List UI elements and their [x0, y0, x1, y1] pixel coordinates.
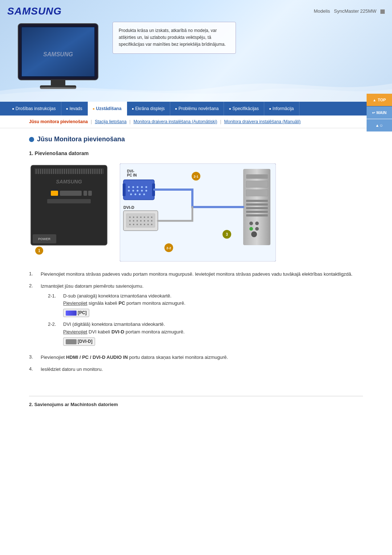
svg-rect-80 — [246, 214, 268, 216]
nav-label-setup: Uzstādīšana — [96, 106, 122, 111]
top-icon: ▲ — [373, 98, 376, 102]
wave-decoration — [0, 73, 392, 102]
breadcrumb-item-2[interactable]: Monitora draivera instalēšana (Automātis… — [134, 119, 217, 124]
breadcrumb-item-1[interactable]: Stacija lietošana — [95, 119, 126, 124]
breadcrumb-sep-2: | — [130, 119, 131, 124]
model-name: SyncMaster 225MW — [334, 8, 376, 14]
svg-rect-73 — [246, 174, 268, 179]
svg-point-30 — [146, 186, 147, 188]
svg-text:2-1: 2-1 — [193, 175, 198, 178]
svg-point-48 — [140, 216, 142, 218]
svg-point-58 — [151, 220, 152, 222]
nav-item-safety[interactable]: Drošības instrukcijas — [7, 102, 61, 116]
main-title-text: Jūsu Monitora pievienošana — [37, 135, 125, 143]
instr-num-2: 2. — [29, 283, 36, 288]
svg-point-39 — [143, 194, 145, 195]
breadcrumb-sep-3: | — [220, 119, 221, 124]
header-tooltip: Produkta krāsa un izskats, atkarībā no m… — [113, 22, 236, 54]
instr-sub-content-2-2: DVI (digitālā) konektora izmantošana vid… — [63, 321, 185, 347]
main-label: MAIN — [376, 110, 387, 115]
main-icon: ↩ — [372, 111, 375, 115]
svg-point-56 — [144, 220, 145, 222]
instr-content-2: Izmantojiet jūsu datoram piemērotu savie… — [41, 283, 143, 289]
instr-num-4: 4. — [29, 366, 36, 372]
svg-point-85 — [251, 231, 257, 237]
svg-point-31 — [128, 190, 130, 192]
instruction-3: 3. Pievienojiet HDMI / PC / DVI-D AUDIO … — [29, 354, 363, 361]
instr-num-1: 1. — [29, 271, 36, 276]
subsection-1-title: 1. Pievienošana datoram — [29, 150, 363, 156]
svg-rect-13 — [51, 191, 58, 196]
top-label: TOP — [378, 98, 386, 102]
nav-item-display[interactable]: Ekrāna displejs — [127, 102, 170, 116]
instr-text-3: Pievienojiet HDMI / PC / DVI-D AUDIO IN … — [41, 354, 228, 361]
instructions-list: 1. Pievienojiet monitora strāvas padeves… — [29, 271, 363, 373]
bottom-divider: 2. Savienojums ar Machintosh datoriem — [29, 396, 363, 411]
top-button[interactable]: ▲ TOP — [367, 94, 392, 106]
diagram-container: SAMSUNG POWER 1 DVI- PC IN — [29, 163, 363, 262]
instr-sub-content-2-1: D-sub (analogā) konektora izmantošana vi… — [63, 292, 185, 319]
section2-title: 2. Savienojums ar Machintosh datoriem — [29, 402, 363, 411]
tooltip-text: Produkta krāsa un izskats, atkarībā no m… — [119, 28, 226, 47]
monitor-back-svg: SAMSUNG POWER 1 — [29, 163, 113, 262]
home-icon: ▲☺ — [375, 123, 383, 127]
nav-item-setup[interactable]: Uzstādīšana — [88, 102, 127, 116]
instr-num-3: 3. — [29, 354, 36, 360]
breadcrumb-section: Jūsu monitora pievienošana | Stacija lie… — [0, 116, 392, 128]
dvi-connector-icon — [66, 339, 77, 344]
nav-label-safety: Drošības instrukcijas — [16, 106, 56, 111]
instr-sub-num-2-2: 2-2. — [48, 321, 59, 347]
instr-sub-text-2-1: D-sub (analogā) konektora izmantošana vi… — [63, 292, 185, 300]
svg-text:POWER: POWER — [38, 237, 51, 241]
svg-rect-40 — [123, 183, 126, 196]
svg-point-46 — [133, 216, 134, 218]
nav-item-troubleshoot[interactable]: Problēmu novēršana — [170, 102, 224, 116]
svg-point-38 — [139, 194, 141, 195]
svg-point-63 — [144, 224, 145, 225]
instruction-2: 2. Izmantojiet jūsu datoram piemērotu sa… — [29, 283, 363, 349]
header-top: SAMSUNG Modelis SyncMaster 225MW — [0, 0, 392, 17]
instr-sub-2-2: 2-2. DVI (digitālā) konektora izmantošan… — [48, 321, 185, 347]
svg-point-55 — [140, 220, 142, 222]
main-content: Jūsu Monitora pievienošana 1. Pievienoša… — [0, 128, 392, 385]
svg-rect-79 — [246, 211, 268, 213]
svg-rect-16 — [88, 191, 92, 196]
cable-diagram-svg: DVI- PC IN DVI-D — [120, 163, 276, 262]
instr-text-4: Ieslēdziet datoru un monitoru. — [41, 366, 103, 373]
svg-point-60 — [133, 224, 134, 225]
svg-rect-74 — [246, 181, 268, 187]
svg-rect-25 — [123, 180, 154, 200]
section1-label: 1. Pievienošana datoram — [29, 150, 89, 156]
nav-label-info: Informācija — [273, 106, 294, 111]
svg-point-50 — [147, 216, 149, 218]
instruction-4: 4. Ieslēdziet datoru un monitoru. — [29, 366, 363, 373]
svg-point-65 — [151, 224, 152, 225]
svg-text:SAMSUNG: SAMSUNG — [56, 179, 82, 185]
svg-point-54 — [136, 220, 138, 222]
svg-text:PC IN: PC IN — [127, 173, 137, 177]
home-button[interactable]: ▲☺ — [367, 119, 392, 131]
nav-label-display: Ekrāna displejs — [135, 106, 164, 111]
section-dot — [29, 137, 34, 142]
nav-item-intro[interactable]: Ievads — [61, 102, 88, 116]
svg-point-35 — [146, 190, 147, 192]
svg-rect-14 — [60, 191, 82, 196]
breadcrumb-item-3[interactable]: Monitora draivera instalēšana (Manuāli) — [224, 119, 301, 124]
instr-content-4: Ieslēdziet datoru un monitoru. — [41, 366, 103, 372]
instr-sub-2-1: 2-1. D-sub (analogā) konektora izmantoša… — [48, 292, 185, 319]
svg-point-59 — [129, 224, 131, 225]
svg-point-52 — [129, 220, 131, 222]
page-header: SAMSUNG Modelis SyncMaster 225MW — [0, 0, 392, 102]
svg-text:1: 1 — [38, 249, 40, 253]
svg-point-33 — [137, 190, 139, 192]
instr-text-2: Izmantojiet jūsu datoram piemērotu savie… — [41, 283, 185, 349]
svg-point-84 — [255, 227, 259, 231]
main-button[interactable]: ↩ MAIN — [367, 106, 392, 119]
breadcrumb-row: Jūsu monitora pievienošana | Stacija lie… — [29, 119, 363, 124]
breadcrumb-item-0[interactable]: Jūsu monitora pievienošana — [29, 119, 88, 124]
nav-item-info[interactable]: Informācija — [264, 102, 299, 116]
svg-point-47 — [136, 216, 138, 218]
instr-sub-sub-2-1: Pievienojiet signāla kabeli PC portam mo… — [63, 300, 185, 307]
svg-text:DVI-D: DVI-D — [123, 205, 134, 210]
nav-item-specs[interactable]: Specifikācijas — [224, 102, 264, 116]
